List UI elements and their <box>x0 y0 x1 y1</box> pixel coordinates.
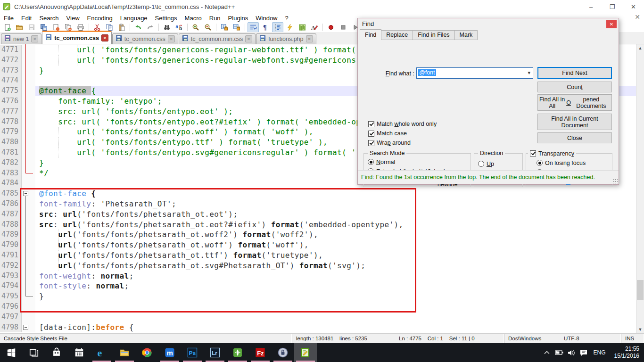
show-indent-guide-icon[interactable] <box>272 22 283 33</box>
scroll-down-icon[interactable]: ▼ <box>636 326 644 333</box>
taskbar-store-icon[interactable] <box>45 343 68 362</box>
menu-edit[interactable]: Edit <box>17 14 35 22</box>
radio-icon[interactable] <box>478 161 484 167</box>
transparency-checkbox[interactable]: Transparency <box>528 150 576 157</box>
taskbar-chrome-icon[interactable] <box>136 343 158 362</box>
paste-icon[interactable] <box>116 22 127 33</box>
find-what-input[interactable]: @font ▾ <box>416 67 533 79</box>
close-document-icon[interactable]: ✕ <box>635 13 640 21</box>
redo-icon[interactable] <box>145 22 156 33</box>
radio-icon[interactable] <box>537 160 543 166</box>
checkbox-icon[interactable] <box>530 150 536 156</box>
tray-chevron-up-icon[interactable] <box>541 343 553 362</box>
close-find-button[interactable]: Close <box>537 132 612 143</box>
function-list-icon[interactable]: A <box>309 22 320 33</box>
notification-icon[interactable] <box>578 343 590 362</box>
checkbox-icon[interactable] <box>368 121 374 127</box>
find-icon[interactable] <box>161 22 173 33</box>
tab-close-icon[interactable]: ✕ <box>31 35 38 42</box>
menu-view[interactable]: View <box>63 14 83 22</box>
restore-button[interactable]: ❐ <box>602 0 623 13</box>
scroll-up-icon[interactable]: ▲ <box>636 44 644 52</box>
taskbar-file-explorer-icon[interactable] <box>113 343 136 362</box>
menu-run[interactable]: Run <box>206 14 224 22</box>
menu-language[interactable]: Language <box>116 14 151 22</box>
taskbar-start-button[interactable] <box>0 343 23 362</box>
macro-stop-icon[interactable] <box>338 22 349 33</box>
menu-macro[interactable]: Macro <box>181 14 206 22</box>
resize-grip[interactable] <box>613 179 618 183</box>
close-button[interactable]: ✕ <box>623 0 644 13</box>
match-whole-word-checkbox[interactable]: Match whole word only <box>368 120 437 128</box>
battery-icon[interactable] <box>553 343 565 362</box>
show-all-characters-icon[interactable]: ¶ <box>260 22 271 33</box>
undo-icon[interactable] <box>132 22 144 33</box>
volume-icon[interactable] <box>565 343 578 362</box>
tab-close-icon[interactable]: ✕ <box>168 35 175 42</box>
tab-close-icon[interactable]: ✕ <box>245 35 252 42</box>
document-map-icon[interactable] <box>297 22 308 33</box>
minimize-button[interactable]: – <box>580 0 602 13</box>
tab-find[interactable]: Find <box>360 29 381 40</box>
clock[interactable]: 21:55 15/1/2016 <box>610 346 644 360</box>
taskbar-lightroom-icon[interactable]: Lr <box>204 343 226 362</box>
find-dialog-title-bar[interactable]: Find ✕ <box>358 18 619 30</box>
open-file-icon[interactable] <box>14 22 25 33</box>
user-defined-language-icon[interactable] <box>284 22 296 33</box>
replace-icon[interactable]: ab <box>173 22 185 33</box>
macro-record-icon[interactable] <box>325 22 337 33</box>
vertical-scrollbar[interactable]: ▲ ▼ <box>636 44 644 333</box>
taskbar-corel-draw-icon[interactable] <box>226 343 249 362</box>
taskbar-password-safe-icon[interactable] <box>272 343 294 362</box>
tab-replace[interactable]: Replace <box>381 30 413 40</box>
document-tab-tc-common.css[interactable]: tc_common.css✕ <box>112 33 178 44</box>
checkbox-icon[interactable] <box>368 131 374 137</box>
taskbar-maxthon-icon[interactable]: m <box>158 343 181 362</box>
code-line-4798[interactable]: 4798[data-icon]:before { <box>0 322 636 333</box>
scrollbar-thumb[interactable] <box>637 280 644 300</box>
menu-encoding[interactable]: Encoding <box>83 14 116 22</box>
find-all-current-button[interactable]: Find All in Current Document <box>537 114 612 130</box>
menu-file[interactable]: File <box>0 14 17 22</box>
taskbar-task-view-icon[interactable] <box>23 343 45 362</box>
menu-window[interactable]: Window <box>252 14 281 22</box>
on-losing-focus-radio[interactable]: On losing focus <box>537 159 586 166</box>
tab-close-icon[interactable]: ✕ <box>101 34 108 41</box>
zoom-in-icon[interactable] <box>190 22 201 33</box>
tab-close-icon[interactable]: ✕ <box>306 35 313 42</box>
new-file-icon[interactable] <box>1 22 13 33</box>
taskbar-photoshop-icon[interactable]: Ps <box>181 343 204 362</box>
taskbar-calendar-icon[interactable] <box>68 343 91 362</box>
save-file-icon[interactable] <box>26 22 37 33</box>
document-tab-new-1[interactable]: new 1✕ <box>1 33 41 44</box>
tab-find-in-files[interactable]: Find in Files <box>413 30 454 40</box>
sync-horizontal-scrolling-icon[interactable] <box>231 22 242 33</box>
document-tab-tc-common.css[interactable]: tc_common.css✕ <box>42 31 111 44</box>
find-all-opened-button[interactable]: Find All in All Opened Documents <box>537 94 612 111</box>
sync-vertical-scrolling-icon[interactable] <box>219 22 230 33</box>
find-dialog-close-icon[interactable]: ✕ <box>606 20 617 28</box>
taskbar-edge-icon[interactable]: e <box>91 343 113 362</box>
match-case-checkbox[interactable]: Match case <box>368 130 407 137</box>
code-line-4797[interactable]: 4797 <box>0 312 636 322</box>
menu-search[interactable]: Search <box>35 14 62 22</box>
radio-icon[interactable] <box>368 159 374 165</box>
taskbar-filezilla-icon[interactable]: Fz <box>249 343 272 362</box>
menu-plugins[interactable]: Plugins <box>224 14 252 22</box>
normal-radio[interactable]: Normal <box>368 158 395 165</box>
eol-format[interactable]: Dos\Windows <box>504 334 560 343</box>
count-button[interactable]: Count <box>537 82 612 92</box>
zoom-out-icon[interactable] <box>202 22 214 33</box>
language-indicator[interactable]: ENG <box>590 349 610 356</box>
menu-settings[interactable]: Settings <box>151 14 181 22</box>
word-wrap-icon[interactable] <box>248 22 259 33</box>
chevron-down-icon[interactable]: ▾ <box>528 70 530 76</box>
taskbar-notepad-plus-plus-icon[interactable] <box>294 343 317 362</box>
menu-?[interactable]: ? <box>281 14 292 22</box>
direction-up-radio[interactable]: Up <box>478 160 494 167</box>
wrap-around-checkbox[interactable]: Wrap around <box>368 139 411 147</box>
find-next-button[interactable]: Find Next <box>537 67 612 79</box>
document-tab-functions.php[interactable]: functions.php✕ <box>256 33 316 44</box>
tab-mark[interactable]: Mark <box>454 30 478 40</box>
fold-collapse-icon[interactable] <box>23 325 28 330</box>
